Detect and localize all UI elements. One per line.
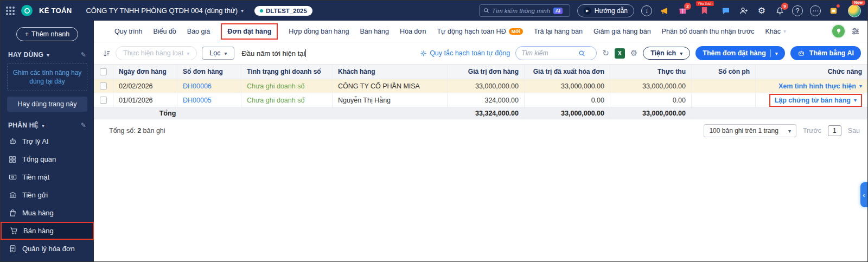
tab-hop-dong-ban-hang[interactable]: Hợp đồng bán hàng	[289, 28, 349, 35]
order-number-link[interactable]: ĐH00006	[183, 82, 212, 90]
cell-invoiced-value: 0.00	[525, 93, 610, 107]
row-checkbox[interactable]	[100, 82, 107, 90]
row-checkbox[interactable]	[100, 97, 107, 104]
col-date[interactable]: Ngày đơn hàng	[113, 65, 177, 79]
rewards-icon[interactable]	[828, 5, 839, 16]
tab-hoa-don[interactable]: Hóa đơn	[400, 28, 426, 35]
help-icon[interactable]: ?	[792, 5, 803, 16]
tab-phan-bo-doanh-thu[interactable]: Phân bổ doanh thu nhận trước	[662, 28, 755, 35]
avatar-image[interactable]	[848, 4, 861, 17]
auto-posting-rule-link[interactable]: Quy tắc hạch toán tự động	[420, 49, 510, 57]
edit-icon[interactable]: ✎	[81, 122, 86, 129]
use-this-page-button[interactable]: Hay dùng trang này	[7, 97, 87, 112]
tab-bao-gia[interactable]: Báo giá	[187, 28, 210, 35]
add-order-button[interactable]: Thêm đơn đặt hàng ▾	[695, 46, 785, 60]
tab-tra-lai-hang-ban[interactable]: Trả lại hàng bán	[534, 28, 583, 35]
smart-search-input[interactable]	[492, 8, 551, 14]
table-search-box[interactable]	[515, 46, 597, 60]
order-number-link[interactable]: ĐH00005	[183, 97, 212, 104]
modules-toggle[interactable]: PHÂN HỆ ▾	[8, 122, 44, 129]
cell-date: 01/01/2026	[113, 93, 177, 107]
database-name: DLTEST_2025	[266, 8, 307, 14]
period-filter-input[interactable]: Đầu năm tới hiện tại	[241, 49, 323, 57]
company-selector[interactable]: CÔNG TY TNHH PHÒNG QTDH 004 (dùng thử) ▾	[86, 7, 244, 15]
table-row[interactable]: 01/01/2026 ĐH00005 Chưa ghi doanh số Ngu…	[94, 93, 867, 107]
sidebar-item-mua-hang[interactable]: Mua hàng	[1, 204, 94, 222]
ai-badge: AI	[553, 8, 563, 14]
tab-khac[interactable]: Khác ▾	[765, 28, 786, 35]
column-settings-icon[interactable]: ⚙	[630, 48, 637, 58]
smart-search-box[interactable]: AI	[479, 4, 570, 17]
megaphone-icon[interactable]	[659, 5, 670, 16]
frequently-used-toggle[interactable]: HAY DÙNG ▾	[8, 51, 49, 59]
main-content: Quy trình Biểu đồ Báo giá Đơn đặt hàng H…	[94, 21, 867, 261]
table-search-input[interactable]	[521, 49, 578, 57]
ai-search-icon[interactable]	[578, 50, 585, 57]
prev-page-button[interactable]: Trước	[803, 127, 821, 135]
tab-don-dat-hang[interactable]: Đơn đặt hàng	[221, 23, 278, 40]
col-remaining[interactable]: Số còn ph	[692, 65, 756, 79]
chevron-down-icon: ▾	[241, 8, 244, 14]
notification-count-badge: 9	[781, 3, 788, 10]
select-all-checkbox[interactable]	[100, 68, 107, 75]
guide-button[interactable]: ▶ Hướng dẫn	[577, 4, 634, 17]
dashboard-icon	[8, 156, 17, 163]
quick-add-button[interactable]: + Thêm nhanh	[16, 27, 78, 41]
collapse-panel-handle[interactable]: ‹	[860, 182, 867, 207]
status-text: Chưa ghi doanh số	[247, 82, 304, 90]
col-order-no[interactable]: Số đơn hàng	[177, 65, 241, 79]
more-icon[interactable]: ⋯	[810, 5, 821, 16]
download-icon[interactable]: ↓	[641, 5, 652, 16]
batch-action-button[interactable]: Thực hiện hàng loạt ▾	[116, 46, 197, 60]
sort-icon[interactable]	[103, 49, 111, 57]
sidebar-item-quan-ly-hoa-don[interactable]: Quản lý hóa đơn	[1, 240, 94, 258]
pin-hint-box[interactable]: Ghim các tính năng hay dùng tại đây	[7, 63, 87, 91]
favorite-icon[interactable]: Yêu thích	[695, 5, 713, 16]
database-badge[interactable]: DLTEST_2025	[254, 6, 312, 16]
current-page[interactable]: 1	[828, 125, 841, 136]
bell-icon[interactable]: 9	[774, 5, 785, 16]
tab-quy-trinh[interactable]: Quy trình	[114, 28, 142, 35]
col-invoiced-value[interactable]: Giá trị đã xuất hóa đơn	[525, 65, 610, 79]
row-action-button[interactable]: Xem tình hình thực hiện ▾	[778, 82, 862, 90]
col-customer[interactable]: Khách hàng	[333, 65, 448, 79]
tab-tu-dong-hach-toan[interactable]: Tự động hạch toán HĐ Mới	[437, 28, 523, 35]
excel-export-icon[interactable]: X	[615, 48, 625, 59]
col-received[interactable]: Thực thu	[610, 65, 692, 79]
sidebar-item-tien-mat[interactable]: Tiền mặt	[1, 168, 94, 186]
refresh-icon[interactable]: ↻	[602, 48, 609, 58]
row-action-button[interactable]: Lập chứng từ bán hàng ▾	[775, 97, 857, 104]
app-grid-icon[interactable]	[6, 7, 15, 15]
tab-giam-gia-hang-ban[interactable]: Giảm giá hàng bán	[593, 28, 651, 35]
plus-icon: +	[25, 30, 29, 38]
add-with-ai-button[interactable]: Thêm bằng AI	[790, 46, 861, 60]
edit-icon[interactable]: ✎	[81, 51, 86, 59]
col-order-value[interactable]: Giá trị đơn hàng	[448, 65, 525, 79]
col-status[interactable]: Tình trạng ghi doanh số	[241, 65, 333, 79]
lightbulb-icon[interactable]	[832, 25, 845, 37]
tab-bieu-do[interactable]: Biểu đồ	[153, 28, 176, 35]
robot-icon	[8, 137, 17, 145]
sidebar-item-tro-ly-ai[interactable]: Trợ lý AI	[1, 132, 94, 150]
add-user-icon[interactable]	[738, 5, 749, 16]
table-total-row: Tổng 33,324,000.00 33,000,000.00 33,000,…	[94, 107, 867, 119]
table-row[interactable]: 02/02/2026 ĐH00006 Chưa ghi doanh số CÔN…	[94, 79, 867, 93]
avatar[interactable]: New	[848, 4, 861, 17]
page-size-select[interactable]: 100 bản ghi trên 1 trang ▾	[704, 124, 796, 137]
next-page-button[interactable]: Sau	[848, 127, 860, 135]
section-frequently-used: HAY DÙNG ▾ ✎	[1, 47, 94, 62]
chat-icon[interactable]	[720, 5, 731, 16]
filter-settings-icon[interactable]	[851, 27, 860, 35]
filter-button[interactable]: Lọc ▾	[202, 47, 234, 60]
utilities-button[interactable]: Tiện ích ▾	[643, 47, 690, 60]
tab-ban-hang[interactable]: Bán hàng	[360, 28, 389, 35]
gear-icon[interactable]: ⚙	[756, 5, 767, 16]
list-toolbar: Thực hiện hàng loạt ▾ Lọc ▾ Đầu năm tới …	[94, 42, 867, 64]
orders-table: Ngày đơn hàng Số đơn hàng Tình trạng ghi…	[94, 64, 867, 119]
bank-icon	[8, 191, 17, 199]
gift-icon[interactable]: 2	[677, 5, 688, 16]
sidebar-item-ban-hang[interactable]: Bán hàng	[1, 222, 94, 240]
col-actions[interactable]: Chức năng	[756, 65, 867, 79]
sidebar-item-tien-gui[interactable]: Tiền gửi	[1, 186, 94, 204]
sidebar-item-tong-quan[interactable]: Tổng quan	[1, 150, 94, 168]
